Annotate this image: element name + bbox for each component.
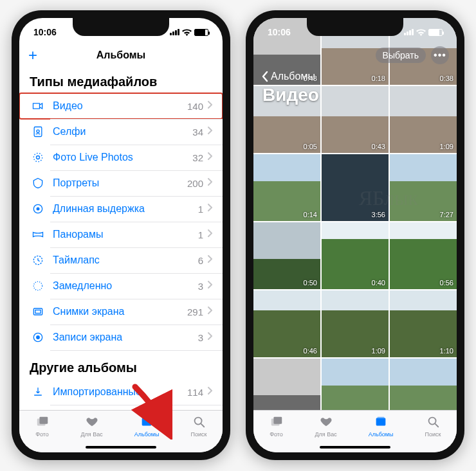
thumbnail-duration: 0:46 xyxy=(304,347,317,355)
row-label: Панорамы xyxy=(53,229,198,240)
video-thumbnail[interactable]: 7:27 xyxy=(390,154,457,221)
row-count: 140 xyxy=(187,101,203,112)
chevron-right-icon xyxy=(207,203,212,215)
svg-rect-20 xyxy=(378,417,385,418)
tab-albums[interactable]: Альбомы xyxy=(369,414,394,438)
chevron-right-icon xyxy=(207,100,212,112)
chevron-right-icon xyxy=(207,280,212,292)
svg-rect-13 xyxy=(39,417,48,424)
chevron-right-icon xyxy=(207,177,212,189)
tab-label: Для Вас xyxy=(81,431,103,438)
row-label: Импортированные xyxy=(53,386,187,398)
row-label: Видео xyxy=(53,100,187,112)
tab-photos[interactable]: Фото xyxy=(270,414,284,438)
tab-albums[interactable]: Альбомы xyxy=(134,414,160,438)
pano-icon xyxy=(30,228,46,241)
search-icon xyxy=(426,414,440,430)
svg-point-2 xyxy=(37,156,40,159)
album-row-screenrec[interactable]: Записи экрана3 xyxy=(19,324,223,350)
video-thumbnail[interactable]: 0:15 xyxy=(322,359,389,410)
battery-icon xyxy=(428,29,443,36)
tab-photos[interactable]: Фото xyxy=(35,414,50,438)
tab-label: Фото xyxy=(270,431,283,438)
album-row-selfie[interactable]: Селфи34 xyxy=(19,119,223,145)
thumbnail-duration: 0:14 xyxy=(304,211,317,218)
row-label: Таймлапс xyxy=(53,254,198,266)
video-thumbnail[interactable]: 0:40 xyxy=(322,222,389,289)
albums-list: Типы медиафайлов Видео140Селфи34Фото Liv… xyxy=(19,68,223,410)
thumbnail-duration: 1:09 xyxy=(372,347,385,355)
svg-point-3 xyxy=(33,153,42,161)
home-indicator[interactable] xyxy=(320,446,390,449)
album-row-import[interactable]: Импортированные114 xyxy=(19,379,223,405)
section-other-albums: Другие альбомы xyxy=(19,354,223,379)
foryou-icon xyxy=(319,414,333,430)
live-icon xyxy=(30,151,46,164)
tab-foryou[interactable]: Для Вас xyxy=(315,414,337,438)
screenrec-icon xyxy=(30,331,46,344)
album-row-slomo[interactable]: Замедленно3 xyxy=(19,273,223,299)
chevron-right-icon xyxy=(207,254,212,266)
video-thumbnail[interactable]: 0:14 xyxy=(253,154,320,221)
foryou-icon xyxy=(85,414,99,430)
notch xyxy=(307,18,403,36)
svg-point-11 xyxy=(36,335,40,339)
row-count: 1 xyxy=(198,204,203,215)
svg-point-1 xyxy=(37,130,39,132)
home-indicator[interactable] xyxy=(86,446,156,449)
row-label: Фото Live Photos xyxy=(53,152,192,163)
thumbnail-duration: 0:40 xyxy=(372,279,385,287)
album-row-screenshot[interactable]: Снимки экрана291 xyxy=(19,299,223,324)
row-count: 200 xyxy=(187,178,203,189)
more-button[interactable]: ••• xyxy=(431,46,449,64)
photos-icon xyxy=(35,414,50,430)
tab-label: Поиск xyxy=(191,431,207,438)
svg-rect-15 xyxy=(143,417,151,418)
thumbnail-duration: 0:43 xyxy=(372,143,385,150)
album-row-timelapse[interactable]: Таймлапс6 xyxy=(19,247,223,273)
video-thumbnail[interactable]: 0:50 xyxy=(253,222,320,289)
back-label: Альбомы xyxy=(271,71,315,82)
row-label: Портреты xyxy=(53,177,187,189)
import-icon xyxy=(30,386,46,398)
video-thumbnail[interactable]: 1:10 xyxy=(390,290,457,357)
row-label: Замедленно xyxy=(53,280,198,292)
select-button[interactable]: Выбрать xyxy=(376,48,426,63)
svg-rect-0 xyxy=(34,127,42,137)
thumbnail-duration: 0:56 xyxy=(440,279,453,287)
row-count: 114 xyxy=(187,387,203,398)
add-button[interactable]: + xyxy=(28,46,37,64)
video-thumbnail[interactable]: 0:10 xyxy=(390,359,457,410)
row-count: 6 xyxy=(198,255,203,266)
album-row-live[interactable]: Фото Live Photos32 xyxy=(19,145,223,170)
signal-icon xyxy=(170,29,179,35)
video-thumbnail[interactable]: 0:46 xyxy=(253,290,320,357)
tab-label: Альбомы xyxy=(369,431,394,438)
album-row-portrait[interactable]: Портреты200 xyxy=(19,170,223,196)
tab-search[interactable]: Поиск xyxy=(425,414,441,438)
longexp-icon xyxy=(30,202,46,215)
section-media-types: Типы медиафайлов xyxy=(19,68,223,93)
chevron-right-icon xyxy=(207,229,212,240)
tab-foryou[interactable]: Для Вас xyxy=(81,414,103,438)
thumbnail-duration: 1:10 xyxy=(440,347,453,355)
svg-point-4 xyxy=(37,208,40,211)
tab-label: Фото xyxy=(35,431,49,438)
album-row-video[interactable]: Видео140 xyxy=(19,93,223,119)
thumbnail-duration: 0:50 xyxy=(304,279,317,287)
video-thumbnail[interactable]: 0:56 xyxy=(390,222,457,289)
timelapse-icon xyxy=(30,254,46,267)
video-thumbnail[interactable]: 1:25 xyxy=(253,359,320,410)
album-row-pano[interactable]: Панорамы1 xyxy=(19,222,223,247)
album-row-hidden[interactable]: Скрытые3 xyxy=(19,405,223,410)
navbar-albums: + Альбомы xyxy=(19,42,223,68)
svg-point-16 xyxy=(195,418,202,425)
tab-search[interactable]: Поиск xyxy=(191,414,207,438)
video-thumbnail[interactable]: 3:56 xyxy=(322,154,389,221)
chevron-right-icon xyxy=(207,386,212,398)
album-row-longexp[interactable]: Длинная выдержка1 xyxy=(19,196,223,222)
video-thumbnail[interactable]: 1:09 xyxy=(322,290,389,357)
portrait-icon xyxy=(30,177,46,190)
row-count: 3 xyxy=(198,281,203,292)
wifi-icon xyxy=(182,29,192,36)
